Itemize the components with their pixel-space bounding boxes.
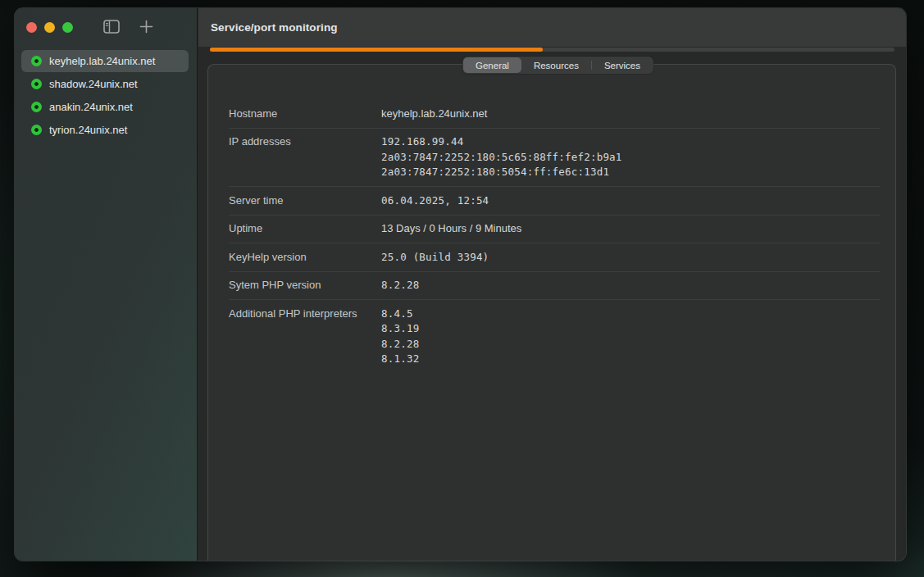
detail-value: 8.2.28 <box>381 278 419 293</box>
title-bar: Service/port monitoring <box>198 8 906 47</box>
progress-bar-fill <box>210 48 543 52</box>
detail-row-hostname: Hostname keyhelp.lab.24unix.net <box>229 100 880 129</box>
detail-value: 13 Days / 0 Hours / 9 Minutes <box>381 221 521 237</box>
detail-row-server-time: Server time 06.04.2025, 12:54 <box>229 187 880 216</box>
minimize-button[interactable] <box>44 22 55 33</box>
server-item-anakin[interactable]: anakin.24unix.net <box>21 96 189 118</box>
sidebar-toolbar <box>15 8 197 47</box>
status-online-icon <box>31 56 42 66</box>
server-item-label: keyhelp.lab.24unix.net <box>49 55 155 67</box>
detail-row-keyhelp-version: KeyHelp version 25.0 (Build 3394) <box>229 243 880 272</box>
tab-resources[interactable]: Resources <box>521 57 591 73</box>
tab-general[interactable]: General <box>463 57 521 73</box>
status-online-icon <box>31 102 42 112</box>
server-list: keyhelp.lab.24unix.net shadow.24unix.net… <box>15 47 197 141</box>
tab-content-panel: Hostname keyhelp.lab.24unix.net IP addre… <box>207 64 896 561</box>
server-item-label: shadow.24unix.net <box>49 78 138 90</box>
detail-label: Hostname <box>229 107 381 122</box>
status-online-icon <box>31 79 42 89</box>
detail-row-system-php-version: Sytem PHP version 8.2.28 <box>229 272 880 301</box>
detail-row-additional-php: Additional PHP interpreters 8.4.5 8.3.19… <box>229 300 880 373</box>
tab-services[interactable]: Services <box>592 57 653 73</box>
desktop-wallpaper: keyhelp.lab.24unix.net shadow.24unix.net… <box>0 0 924 577</box>
page-title: Service/port monitoring <box>211 21 338 34</box>
status-online-icon <box>31 125 42 135</box>
sidebar-toggle-icon <box>103 20 120 36</box>
detail-value: 25.0 (Build 3394) <box>381 250 489 266</box>
detail-row-ip-addresses: IP addresses 192.168.99.44 2a03:7847:225… <box>229 129 880 188</box>
detail-label: KeyHelp version <box>229 250 381 266</box>
sidebar: keyhelp.lab.24unix.net shadow.24unix.net… <box>15 8 198 561</box>
progress-bar <box>210 48 894 52</box>
detail-row-uptime: Uptime 13 Days / 0 Hours / 9 Minutes <box>229 216 880 244</box>
server-item-keyhelp[interactable]: keyhelp.lab.24unix.net <box>21 50 189 72</box>
detail-value: keyhelp.lab.24unix.net <box>381 107 487 122</box>
detail-label: IP addresses <box>229 134 381 180</box>
sidebar-toggle-button[interactable] <box>102 18 121 38</box>
detail-value: 192.168.99.44 2a03:7847:2252:180:5c65:88… <box>381 134 622 180</box>
server-item-shadow[interactable]: shadow.24unix.net <box>21 73 189 95</box>
detail-label: Server time <box>229 193 381 209</box>
zoom-button[interactable] <box>62 22 73 33</box>
add-server-button[interactable] <box>138 18 155 38</box>
server-item-tyrion[interactable]: tyrion.24unix.net <box>21 119 189 141</box>
detail-label: Sytem PHP version <box>229 278 381 293</box>
server-item-label: anakin.24unix.net <box>49 101 133 113</box>
detail-label: Uptime <box>229 221 381 237</box>
plus-icon <box>139 20 153 36</box>
detail-label: Additional PHP interpreters <box>229 307 381 367</box>
tab-bar: General Resources Services <box>462 57 653 74</box>
app-window: keyhelp.lab.24unix.net shadow.24unix.net… <box>15 8 906 561</box>
details-table: Hostname keyhelp.lab.24unix.net IP addre… <box>229 100 880 373</box>
detail-value: 06.04.2025, 12:54 <box>381 193 489 209</box>
detail-value: 8.4.5 8.3.19 8.2.28 8.1.32 <box>381 307 419 367</box>
main-content: Service/port monitoring Hostname keyhelp… <box>198 8 906 561</box>
server-item-label: tyrion.24unix.net <box>49 124 127 136</box>
close-button[interactable] <box>26 22 37 33</box>
